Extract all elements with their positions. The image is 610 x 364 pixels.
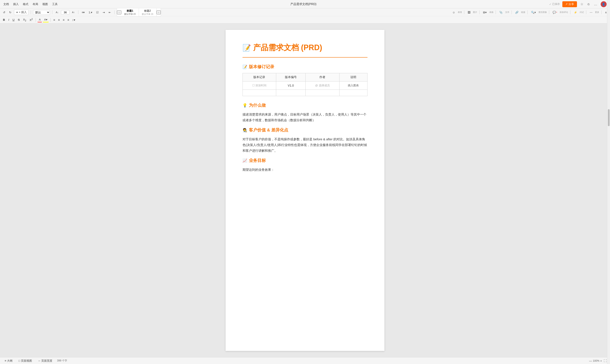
table-header-col4: 说明: [339, 73, 367, 81]
heading-prev-button[interactable]: ‹: [117, 10, 121, 14]
more-menu-icon[interactable]: …: [593, 2, 598, 7]
align-right-button[interactable]: ≡: [62, 18, 66, 22]
table-header-col1: 版本记录: [243, 73, 276, 81]
font-family-select[interactable]: 默认: [33, 10, 50, 15]
menu-layout[interactable]: 布局: [33, 1, 38, 7]
section4-title: 业务目标: [249, 158, 266, 163]
table-cell-empty3[interactable]: [305, 90, 339, 96]
flashcard-label: 闪记: [580, 11, 584, 14]
status-bar: ≡ 大纲 □ 页面视图 ↔ 页面宽度 399 个字 — 100% + ⛶: [0, 357, 610, 364]
user-avatar[interactable]: 👤: [601, 1, 607, 7]
heading1-tab[interactable]: 标题1 默认字体 20: [121, 8, 139, 16]
italic-button[interactable]: I: [7, 18, 10, 22]
status-right: — 100% + ⛶: [589, 359, 607, 363]
highlight-button[interactable]: A▾: [43, 17, 49, 22]
zoom-out-button[interactable]: —: [589, 359, 592, 363]
section2-title: 为什么做: [249, 103, 266, 108]
undo-button[interactable]: ↺: [2, 10, 7, 15]
comment-button[interactable]: 💬•: [551, 10, 558, 15]
separator4: [114, 10, 115, 14]
title-emoji: 📝: [243, 44, 251, 52]
table-cell-author[interactable]: @ 选择成员: [305, 81, 339, 90]
separator9: [527, 10, 528, 14]
superscript-button[interactable]: X2: [28, 17, 34, 22]
more-label: 更多: [595, 11, 599, 14]
saved-status: ✓ 已保存: [549, 2, 560, 6]
table-cell-empty1[interactable]: [243, 90, 276, 96]
font-size-input[interactable]: [61, 10, 69, 15]
menu-bar: 文档 插入 格式 布局 视图 工具 产品需求文档(PRD) ✓ 已保存 ↗ 分享…: [0, 0, 610, 9]
page-width-button[interactable]: ↔ 页面宽度: [37, 358, 54, 363]
insert-icon: ✦: [16, 11, 18, 14]
indent-decrease-button[interactable]: ⇤: [107, 10, 112, 15]
menu-format[interactable]: 格式: [23, 1, 28, 7]
page-scrollbar[interactable]: [607, 24, 610, 357]
line-height-button[interactable]: ↕▾: [71, 18, 76, 22]
status-left: ≡ 大纲 □ 页面视图 ↔ 页面宽度 399 个字: [3, 358, 67, 363]
menu-view[interactable]: 视图: [42, 1, 48, 7]
separator10: [549, 10, 549, 14]
section2-paragraph[interactable]: 描述清楚需求的来源，用户痛点，目标用户场景（决策人，负责人，使用人）等其中一个或…: [243, 112, 367, 123]
section3-paragraph[interactable]: 对于目标客户的价值，不是纯操作或参数，最好是 before & after 的对…: [243, 136, 367, 154]
page-view-button[interactable]: □ 页面视图: [17, 358, 33, 363]
font-color-button[interactable]: A: [38, 17, 42, 22]
emoji-button[interactable]: ☺: [451, 10, 456, 15]
checklist-button[interactable]: ☑: [95, 10, 100, 15]
history-icon[interactable]: ⎋: [587, 2, 591, 7]
outline-button[interactable]: ≡ 大纲: [3, 358, 14, 363]
strikethrough-button[interactable]: S: [16, 18, 21, 22]
row2-sep1: [36, 18, 36, 22]
file-label: 文件: [505, 11, 509, 14]
redo-button[interactable]: ↻: [8, 10, 13, 15]
indent-increase-button[interactable]: ⇥: [101, 10, 106, 15]
bookmark-icon[interactable]: ☆: [580, 2, 584, 7]
align-center-button[interactable]: ≡: [57, 18, 61, 22]
document-area[interactable]: 📝 产品需求文档 (PRD) 📝 版本修订记录 版本记录 版本编号 作者 说明 …: [0, 24, 610, 357]
menu-tools[interactable]: 工具: [52, 1, 58, 7]
zoom-in-button[interactable]: +: [600, 359, 602, 363]
insert-button[interactable]: ✦ + 插入: [14, 10, 28, 15]
heading-next-button[interactable]: ›: [157, 10, 161, 14]
table-cell-desc[interactable]: 插入图表: [339, 81, 367, 90]
list-unordered-button[interactable]: ≡▾: [81, 10, 86, 15]
image-button[interactable]: 🖼: [466, 10, 472, 15]
table-button[interactable]: ⊞▾: [482, 10, 488, 15]
menu-insert[interactable]: 插入: [13, 1, 19, 7]
font-size-increase-icon[interactable]: A↑: [71, 10, 76, 14]
list-ordered-button[interactable]: 1.▾: [87, 10, 94, 15]
table-header-col3: 作者: [305, 73, 339, 81]
heading2-tab[interactable]: 标题2 默认字体 16: [139, 8, 157, 16]
bold-button[interactable]: B: [2, 18, 6, 22]
file-button[interactable]: 📎: [498, 10, 504, 15]
flashcard-button[interactable]: ⚡: [572, 10, 578, 15]
comment-label: 添加评论: [560, 11, 568, 14]
align-left-button[interactable]: ≡: [52, 18, 56, 22]
menu-right-actions: ✓ 已保存 ↗ 分享 ☆ ⎋ … 👤: [549, 1, 607, 7]
subscript-button[interactable]: X2: [22, 17, 27, 22]
zoom-controls: — 100% +: [589, 359, 602, 363]
version-table: 版本记录 版本编号 作者 说明 ☐ 添加时间 V1.0 @ 选择成员 插入图表: [243, 73, 367, 96]
table-cell-empty2[interactable]: [276, 90, 305, 96]
scrollbar-thumb[interactable]: [608, 109, 610, 126]
more-options-button[interactable]: ⋯: [588, 10, 594, 15]
find-replace-button[interactable]: 🔍▾: [530, 10, 537, 15]
toolbar-row2: B I U S X2 X2 A A▾ ≡ ≡ ≡ ≡ ↕▾: [0, 16, 610, 23]
separator7: [496, 10, 496, 14]
table-cell-time[interactable]: ☐ 添加时间: [243, 81, 276, 90]
underline-button[interactable]: U: [11, 18, 16, 22]
row2-sep2: [50, 18, 51, 22]
link-button[interactable]: 🔗: [514, 10, 520, 15]
section4-emoji: 📈: [243, 158, 247, 163]
table-cell-version[interactable]: V1.0: [276, 81, 305, 90]
menu-items: 文档 插入 格式 布局 视图 工具: [3, 1, 58, 7]
table-cell-empty4[interactable]: [339, 90, 367, 96]
align-justify-button[interactable]: ≡: [66, 18, 70, 22]
font-size-decrease-icon[interactable]: A↓: [54, 10, 60, 14]
section1-title: 版本修订记录: [249, 64, 274, 70]
fit-screen-button[interactable]: ⛶: [604, 359, 607, 363]
menu-document[interactable]: 文档: [3, 1, 9, 7]
table-header-row: 版本记录 版本编号 作者 说明: [243, 73, 367, 81]
share-button[interactable]: ↗ 分享: [562, 1, 577, 7]
section4-paragraph[interactable]: 期望达到的业务效果：: [243, 167, 367, 172]
toolbar-row1: ↺ ↻ ✦ + 插入 默认 A↓ A↑ ≡▾ 1.▾ ☑ ⇥ ⇤ ‹ 标题1 默…: [0, 9, 610, 16]
